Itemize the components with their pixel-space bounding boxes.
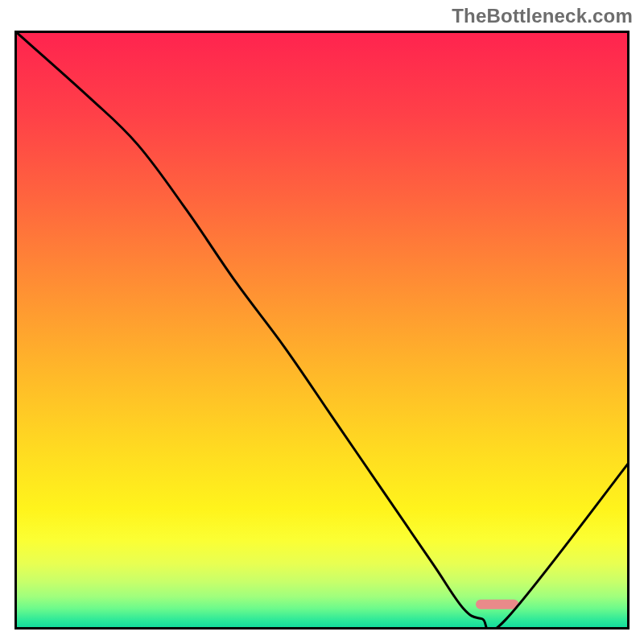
- chart-svg: [14, 31, 630, 630]
- chart-container: TheBottleneck.com: [0, 0, 644, 644]
- min-marker: [476, 600, 518, 609]
- watermark-text: TheBottleneck.com: [452, 5, 633, 27]
- plot-area: [14, 31, 630, 630]
- gradient-background: [14, 31, 630, 630]
